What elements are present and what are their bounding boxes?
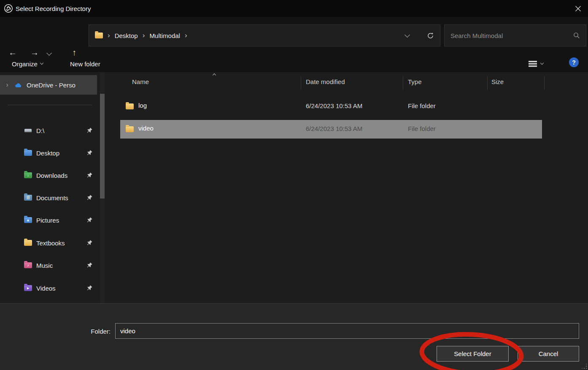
organize-button[interactable]: Organize — [12, 57, 43, 71]
dialog-footer: Folder: Select Folder Cancel — [0, 303, 588, 370]
cancel-label: Cancel — [539, 350, 558, 357]
pin-icon — [86, 217, 93, 223]
sidebar-divider — [8, 105, 92, 105]
column-header-date-modified[interactable]: Date modified — [306, 78, 345, 85]
sort-ascending-icon — [213, 73, 216, 77]
recent-locations-button[interactable] — [47, 49, 51, 57]
documents-folder-icon: ☰ — [24, 195, 32, 201]
expand-chevron-icon[interactable]: › — [0, 81, 14, 89]
select-folder-button[interactable]: Select Folder — [437, 346, 509, 362]
pin-icon — [86, 262, 93, 268]
pin-icon — [86, 239, 93, 246]
folder-name-input[interactable] — [115, 323, 579, 339]
up-arrow-icon: ↑ — [72, 48, 76, 57]
file-type: File folder — [408, 102, 436, 109]
file-name: video — [138, 125, 154, 132]
file-row-video[interactable]: video 6/24/2023 10:53 AM File folder — [120, 120, 542, 139]
obs-logo-icon — [4, 4, 13, 13]
sidebar-scrollbar-thumb[interactable] — [100, 94, 105, 199]
sidebar-item-textbooks[interactable]: Textbooks — [0, 234, 97, 252]
pin-icon — [86, 172, 93, 178]
search-box — [444, 24, 586, 46]
column-divider[interactable] — [403, 76, 403, 90]
sidebar-item-drive-d[interactable]: D:\ — [0, 122, 97, 139]
list-view-icon — [528, 60, 538, 68]
file-name: log — [138, 102, 147, 109]
column-header-type[interactable]: Type — [408, 78, 422, 85]
music-folder-icon: ♪ — [24, 262, 32, 268]
chevron-down-icon — [540, 61, 544, 65]
help-question-icon: ? — [572, 59, 576, 66]
search-input[interactable] — [450, 32, 573, 39]
sidebar-item-videos[interactable]: ▸ Videos — [0, 279, 97, 297]
navigation-chrome: ← → ↑ › Desktop › Multimodal › — [0, 17, 588, 72]
folder-icon — [24, 240, 32, 246]
breadcrumb-separator: › — [185, 31, 187, 40]
pin-icon — [86, 285, 93, 291]
folder-icon — [126, 126, 134, 132]
column-divider[interactable] — [301, 76, 301, 90]
cancel-button[interactable]: Cancel — [518, 346, 579, 362]
file-dialog-window: Select Recording Directory ← → ↑ › Deskt… — [0, 0, 588, 370]
search-icon[interactable] — [573, 32, 580, 39]
onedrive-cloud-icon — [14, 82, 22, 88]
window-title: Select Recording Directory — [16, 5, 91, 12]
breadcrumb-separator: › — [108, 31, 110, 40]
new-folder-button[interactable]: New folder — [70, 57, 100, 71]
help-button[interactable]: ? — [569, 57, 579, 67]
folder-field-label: Folder: — [51, 328, 111, 335]
downloads-folder-icon: ↓ — [24, 172, 32, 178]
sidebar-item-label: OneDrive - Perso — [27, 82, 97, 89]
file-date-modified: 6/24/2023 10:53 AM — [306, 125, 362, 132]
breadcrumb-folder-icon — [95, 33, 103, 38]
drive-icon — [24, 127, 32, 134]
refresh-icon[interactable] — [427, 32, 434, 39]
organize-label: Organize — [12, 60, 38, 68]
file-type: File folder — [408, 125, 436, 132]
column-divider[interactable] — [487, 76, 488, 90]
file-list: Name Date modified Type Size log 6/24/20… — [110, 72, 588, 303]
column-header-name[interactable]: Name — [132, 78, 149, 85]
navigation-pane: › OneDrive - Perso D:\ Desktop — [0, 72, 110, 303]
resize-grip[interactable] — [581, 363, 587, 369]
folder-icon — [126, 103, 134, 109]
breadcrumb-separator: › — [143, 31, 145, 40]
pin-icon — [86, 127, 93, 133]
breadcrumb-item-desktop[interactable]: Desktop — [115, 32, 138, 39]
pin-icon — [86, 150, 93, 156]
forward-arrow-icon: → — [30, 48, 39, 57]
pin-icon — [86, 194, 93, 201]
chevron-down-icon — [46, 50, 52, 56]
column-divider[interactable] — [544, 76, 545, 90]
sidebar-item-documents[interactable]: ☰ Documents — [0, 189, 97, 207]
column-header-size[interactable]: Size — [491, 78, 504, 85]
new-folder-label: New folder — [70, 60, 100, 68]
sidebar-item-desktop[interactable]: Desktop — [0, 144, 97, 162]
pictures-folder-icon: ▲ — [24, 217, 32, 223]
title-bar: Select Recording Directory — [0, 0, 588, 17]
sidebar-item-onedrive[interactable]: › OneDrive - Perso — [0, 75, 97, 95]
breadcrumb-item-multimodal[interactable]: Multimodal — [149, 32, 180, 39]
close-button[interactable] — [568, 0, 588, 17]
file-row-log[interactable]: log 6/24/2023 10:53 AM File folder — [120, 97, 542, 116]
select-folder-label: Select Folder — [454, 350, 491, 357]
sidebar-item-pictures[interactable]: ▲ Pictures — [0, 211, 97, 229]
file-date-modified: 6/24/2023 10:53 AM — [306, 102, 362, 109]
sidebar-item-downloads[interactable]: ↓ Downloads — [0, 166, 97, 184]
view-mode-button[interactable] — [528, 57, 543, 71]
sidebar-item-music[interactable]: ♪ Music — [0, 256, 97, 274]
address-bar[interactable]: › Desktop › Multimodal › — [89, 24, 440, 46]
chevron-down-icon — [40, 61, 43, 65]
close-icon — [575, 5, 581, 12]
back-arrow-icon: ← — [8, 48, 17, 57]
address-dropdown-icon[interactable] — [405, 32, 410, 38]
videos-folder-icon: ▸ — [24, 285, 32, 291]
desktop-folder-icon — [24, 150, 32, 156]
